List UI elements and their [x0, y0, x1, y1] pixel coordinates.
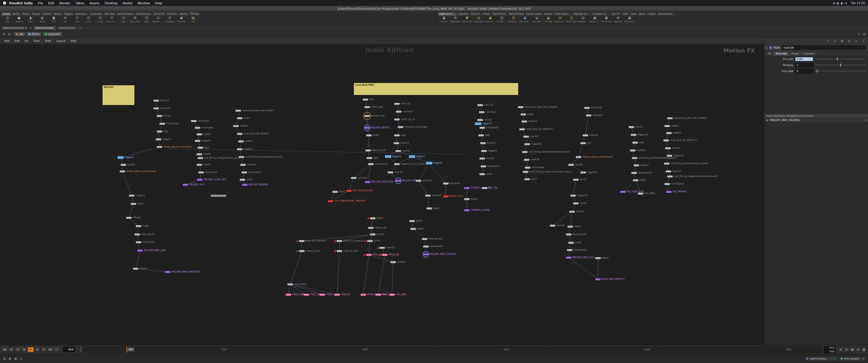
pane-icon-3[interactable]: ▦ [840, 39, 844, 43]
shelf-tool-tube[interactable]: ▮Tube [25, 16, 36, 25]
network-node-math10[interactable]: math10 [240, 164, 246, 166]
shelf-tool-line[interactable]: ╱Line [71, 16, 83, 25]
network-node-normalize3[interactable]: normalize3 [242, 171, 247, 173]
shelf-tool-path[interactable]: ↝Path [118, 16, 129, 25]
network-node-notes-b-plus[interactable]: ▲notes_b_plus [299, 250, 305, 252]
menu-window[interactable]: Window [137, 1, 150, 5]
shelf-tool-volume-light[interactable]: ◫Volume Light [496, 16, 508, 25]
node-name-field[interactable]: math26 [782, 45, 866, 50]
shelf-tool-caustic-light[interactable]: ≈Caustic Light [554, 16, 566, 25]
slider-handle[interactable] [817, 70, 817, 73]
param-tab-op[interactable]: OP [766, 52, 773, 56]
network-node-invert1[interactable]: invert1 [628, 126, 634, 128]
param-slider[interactable] [815, 57, 866, 61]
network-node-lag3[interactable]: lag3 [197, 147, 203, 149]
network-node-normalize2[interactable]: normalize2 [198, 171, 204, 173]
app-menu[interactable]: Houdini Indie [9, 1, 33, 5]
shelf-tool-environment-light[interactable]: ◐Environment Light [519, 16, 531, 25]
sticky-note[interactable]: Long Walk MIDI [354, 83, 518, 95]
network-node-math24[interactable]: math24 [665, 170, 671, 172]
netmenu-add[interactable]: Add [2, 39, 11, 43]
network-node-filter-blunt4[interactable]: filter_blunt4 [566, 233, 571, 235]
network-node-math-first-30-height2[interactable]: math_first_30_HEIGHT2 [519, 128, 525, 130]
network-node-xform2[interactable]: xform2 [550, 225, 555, 227]
slider-handle[interactable] [840, 64, 841, 67]
shelf-tab-crowds[interactable]: Crowds [647, 12, 657, 16]
menubar-status-icon-2[interactable]: ◐ [837, 1, 839, 5]
network-node-sequence-to-1-channel[interactable]: sequence_to_1_channel [394, 163, 400, 165]
network-node-wait6[interactable]: wait6 [521, 113, 526, 116]
network-node-trigger6[interactable]: trigger6 [385, 156, 391, 158]
network-node-wait4[interactable]: wait4 [409, 220, 415, 222]
next-keyframe-button[interactable]: ▶| [41, 347, 47, 352]
network-node-math23[interactable]: math23 [665, 147, 671, 149]
network-node-wait8[interactable]: wait8 [568, 242, 574, 244]
network-node-math5[interactable]: math5 [196, 133, 202, 135]
netmenu-edit[interactable]: Edit [12, 39, 22, 43]
network-node-count1[interactable]: count1 [121, 164, 126, 166]
netmenu-help[interactable]: Help [68, 39, 79, 43]
shelf-tab-drive-simulation[interactable]: Drive Simulation [657, 12, 676, 16]
shelf-tab-terrain-fx[interactable]: Terrain FX [152, 12, 165, 16]
shelf-tab-tb-tools[interactable]: TB Tools [189, 12, 200, 16]
netmenu-tools[interactable]: Tools [42, 39, 54, 43]
menubar-status-icon-1[interactable]: ⊞ [833, 1, 835, 5]
shelf-tool-metaball[interactable]: ◉Metaball [176, 16, 187, 25]
shelf-tab-modify[interactable]: Modify [11, 12, 21, 16]
network-node-melody-worms[interactable]: MELODY_WORMS [242, 184, 248, 186]
pane-icon-6[interactable]: ? [861, 39, 866, 43]
network-node-trigger10[interactable]: trigger10 [524, 143, 530, 145]
playbar-icon-3[interactable]: ▦ [850, 347, 855, 352]
shelf-tab-hair-utils[interactable]: Hair Utils [103, 12, 116, 16]
shelf-tool-font[interactable]: AFont [141, 16, 152, 25]
network-node-delete-rests[interactable]: delete_rests [364, 115, 370, 117]
network-node-strings-clean[interactable]: STRINGS_CLEAN [464, 209, 470, 211]
statusbar-icon-2[interactable]: ◧ [8, 357, 12, 361]
network-node-midi-in2[interactable]: midi_in2 [394, 103, 400, 105]
network-node-melody-envelope[interactable]: MELODY_ENVELOPE [365, 181, 370, 183]
network-node-wait-string-trigger-modulation-bass2[interactable]: wait_String_trigger(modulation_bass2) [667, 175, 673, 177]
network-node-lag9[interactable]: lag9 [632, 142, 638, 144]
network-node-math19[interactable]: math19 [583, 134, 588, 136]
network-node-trigger2[interactable]: trigger2 [118, 157, 123, 159]
statusbar-icon-1[interactable]: ▤ [2, 357, 7, 361]
network-node-delete-above-and-below[interactable]: delete_above_and_below [157, 146, 162, 148]
network-node-velocity1[interactable]: velocity1 [153, 107, 159, 109]
shelf-tool-draw-curve[interactable]: ✎Draw Curve [106, 16, 118, 25]
network-node-resample1[interactable]: resample1 [195, 127, 200, 129]
network-node-math13[interactable]: ▲math13 [379, 247, 385, 249]
shelf-tab-polygon[interactable]: Polygon [31, 12, 41, 16]
network-node-notes-b-plu2[interactable]: ▲notes_b_plu2 [337, 250, 342, 252]
network-node-transpose-to-height[interactable]: transpose_to_height [398, 126, 403, 128]
playbar-icon-5[interactable]: ▣ [862, 347, 867, 352]
shelf-tab-populate-containers[interactable]: Populate Containers [572, 12, 591, 16]
network-node-wait10[interactable]: wait10 [664, 125, 670, 127]
shelf-tab-deform[interactable]: Deform [42, 12, 52, 16]
pathbar-icon-1[interactable]: ⌖ [857, 32, 861, 36]
network-node-filter-blunt2[interactable]: filter_blunt2 [365, 150, 371, 152]
pathbar-icon-2[interactable]: ▦ [862, 32, 867, 36]
param-slider[interactable] [815, 69, 866, 73]
global-start-label[interactable]: 1 [78, 350, 82, 352]
network-node-shorten4[interactable]: shorten4 [443, 183, 448, 185]
network-node-wait-string-trigger-modulation-bass[interactable]: wait_String_trigger(modulation_bass) [523, 171, 528, 173]
network-node-notes-u4b[interactable]: notes_u4b [368, 227, 374, 229]
shelf-tool-connected-camera[interactable]: ▣Connected Camera [624, 16, 636, 25]
menu-help[interactable]: Help [155, 1, 162, 5]
network-node-filter4[interactable]: filter4 [595, 257, 601, 259]
network-node-wait7[interactable]: wait7 [524, 178, 530, 180]
network-node-midi2[interactable]: ▲midi2 [367, 240, 373, 242]
network-node-out-string-lookup-modulation-bass[interactable]: out_String_lookup(modulation_bass) [522, 151, 528, 153]
network-node-melody-midi-smooth5[interactable]: MELODY_MIDI_SMOOTH5 [165, 271, 170, 273]
network-node-math17[interactable]: math17 [523, 136, 529, 138]
timeline-ruler[interactable]: 15003000450060007500464 [83, 346, 822, 353]
network-node-melody-out[interactable]: MELODY_OUT [183, 184, 188, 186]
network-node-wait2[interactable]: wait2 [240, 179, 245, 181]
param-value-field[interactable]: 0 [795, 69, 813, 73]
desk-tab-asset-browser[interactable]: Asset Browser [57, 26, 78, 30]
shelf-tab-volume[interactable]: Volume [178, 12, 189, 16]
network-node-piz-one[interactable]: PIZ_ONE [482, 187, 487, 189]
network-node-expression-get-note-height3[interactable]: expression_get_note_height3 [667, 117, 673, 119]
network-node-math22[interactable]: math22 [666, 132, 672, 134]
network-node-melody-midi-low[interactable]: MELODY_MIDI_LOW [137, 250, 143, 252]
